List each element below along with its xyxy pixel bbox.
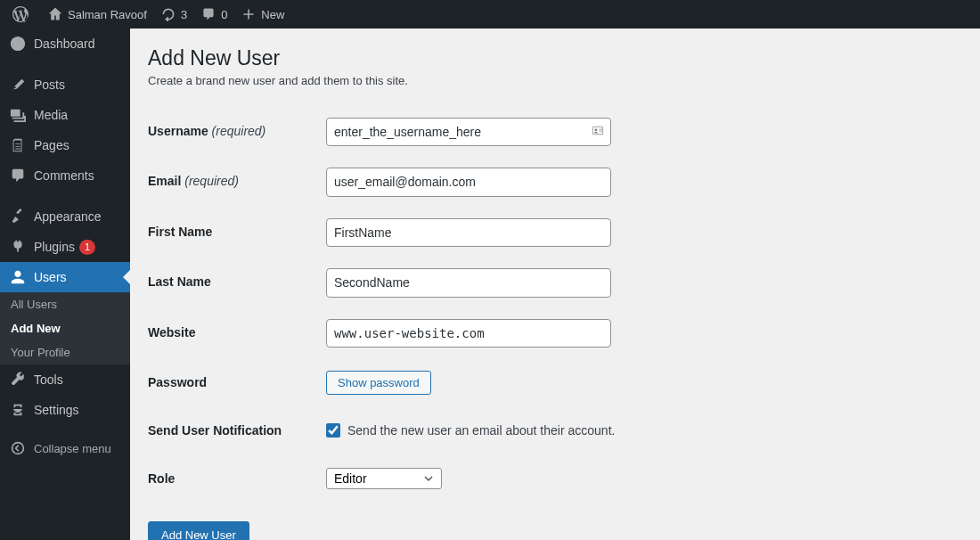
role-label: Role bbox=[148, 454, 326, 503]
show-password-button[interactable]: Show password bbox=[326, 371, 431, 395]
sidebar-item-settings[interactable]: Settings bbox=[0, 395, 130, 425]
comment-icon bbox=[9, 168, 27, 184]
svg-point-0 bbox=[12, 443, 24, 454]
comment-icon bbox=[201, 7, 216, 21]
password-label: Password bbox=[148, 358, 326, 406]
media-icon bbox=[9, 107, 27, 123]
user-icon bbox=[9, 269, 27, 285]
sidebar-item-plugins[interactable]: Plugins 1 bbox=[0, 232, 130, 262]
sidebar-item-comments[interactable]: Comments bbox=[0, 160, 130, 191]
comments[interactable]: 0 bbox=[194, 0, 234, 29]
sidebar-item-label: Media bbox=[34, 108, 68, 122]
main-content: Add New User Create a brand new user and… bbox=[130, 29, 980, 540]
notification-checkbox[interactable] bbox=[326, 423, 340, 438]
new-content[interactable]: New bbox=[234, 0, 291, 29]
sidebar-item-label: Plugins bbox=[34, 240, 75, 254]
last-name-input[interactable] bbox=[326, 268, 611, 297]
pin-icon bbox=[9, 77, 27, 93]
sidebar-item-dashboard[interactable]: Dashboard bbox=[0, 29, 130, 59]
collapse-icon bbox=[9, 441, 27, 455]
users-submenu: All Users Add New Your Profile bbox=[0, 292, 130, 364]
wordpress-icon bbox=[12, 6, 29, 22]
sidebar-item-appearance[interactable]: Appearance bbox=[0, 201, 130, 232]
plugin-badge: 1 bbox=[79, 240, 95, 255]
collapse-menu[interactable]: Collapse menu bbox=[0, 434, 130, 462]
notification-label: Send User Notification bbox=[148, 406, 326, 454]
page-title: Add New User bbox=[148, 46, 962, 70]
comments-count: 0 bbox=[221, 8, 227, 21]
sidebar-item-label: Tools bbox=[34, 372, 63, 387]
sidebar-item-label: Dashboard bbox=[34, 37, 95, 51]
sidebar-item-label: Posts bbox=[34, 78, 65, 92]
collapse-label: Collapse menu bbox=[34, 442, 111, 455]
last-name-label: Last Name bbox=[148, 258, 326, 307]
sidebar-item-tools[interactable]: Tools bbox=[0, 364, 130, 395]
updates-icon bbox=[161, 7, 176, 21]
sliders-icon bbox=[9, 402, 27, 418]
plus-icon bbox=[241, 7, 256, 21]
page-icon bbox=[9, 137, 27, 153]
submenu-add-new[interactable]: Add New bbox=[0, 316, 130, 340]
website-input[interactable] bbox=[326, 319, 611, 348]
website-label: Website bbox=[148, 308, 326, 358]
email-label: Email (required) bbox=[148, 157, 326, 207]
new-label: New bbox=[261, 8, 284, 21]
updates-count: 3 bbox=[181, 8, 187, 21]
sidebar-item-label: Comments bbox=[34, 168, 94, 183]
dashboard-icon bbox=[9, 36, 27, 52]
first-name-label: First Name bbox=[148, 208, 326, 258]
home-icon bbox=[48, 7, 62, 21]
submenu-all-users[interactable]: All Users bbox=[0, 292, 130, 316]
site-name-text: Salman Ravoof bbox=[68, 8, 147, 21]
sidebar-item-users[interactable]: Users bbox=[0, 262, 130, 292]
sidebar-item-media[interactable]: Media bbox=[0, 100, 130, 130]
updates[interactable]: 3 bbox=[154, 0, 194, 29]
notification-checkbox-label[interactable]: Send the new user an email about their a… bbox=[347, 423, 615, 438]
page-description: Create a brand new user and add them to … bbox=[148, 74, 962, 87]
site-name[interactable]: Salman Ravoof bbox=[41, 0, 154, 29]
sidebar-item-posts[interactable]: Posts bbox=[0, 70, 130, 100]
wp-logo[interactable] bbox=[5, 0, 41, 29]
plug-icon bbox=[9, 239, 27, 255]
wrench-icon bbox=[9, 372, 27, 388]
sidebar-item-pages[interactable]: Pages bbox=[0, 130, 130, 160]
user-form: Username (required) Email (required) Fir… bbox=[148, 107, 962, 503]
sidebar-item-label: Pages bbox=[34, 138, 69, 152]
brush-icon bbox=[9, 209, 27, 225]
admin-sidebar: Dashboard Posts Media Pages Comments App… bbox=[0, 29, 130, 540]
username-label: Username (required) bbox=[148, 107, 326, 157]
admin-bar: Salman Ravoof 3 0 New bbox=[0, 0, 980, 29]
username-input[interactable] bbox=[326, 118, 611, 146]
email-input[interactable] bbox=[326, 168, 611, 196]
sidebar-item-label: Settings bbox=[34, 403, 79, 417]
role-select[interactable]: Editor bbox=[326, 468, 442, 489]
add-new-user-button[interactable]: Add New User bbox=[148, 521, 249, 540]
sidebar-item-label: Appearance bbox=[34, 209, 102, 224]
sidebar-item-label: Users bbox=[34, 270, 67, 284]
submenu-your-profile[interactable]: Your Profile bbox=[0, 340, 130, 364]
first-name-input[interactable] bbox=[326, 218, 611, 247]
